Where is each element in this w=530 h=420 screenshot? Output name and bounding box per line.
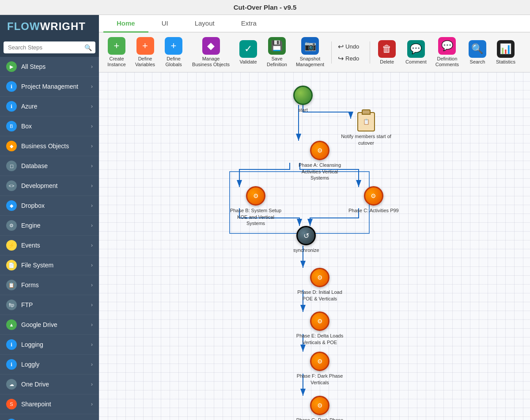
create-instance-icon: + (108, 37, 125, 55)
engine-arrow: › (91, 222, 93, 229)
sidebar-item-loggly[interactable]: ℹLoggly› (0, 355, 99, 375)
box-icon: B (6, 121, 17, 131)
phase-c-shape: ⚙ (364, 186, 383, 206)
search-button[interactable]: 🔍Search (464, 38, 491, 67)
toolbar-separator-1 (331, 41, 332, 64)
dropbox-label: Dropbox (21, 202, 91, 209)
sidebar-item-slack[interactable]: #Slack› (0, 414, 99, 420)
tab-ui[interactable]: UI (148, 15, 182, 33)
sidebar-item-dropbox[interactable]: ◆Dropbox› (0, 196, 99, 216)
ftp-icon: ftp (6, 300, 17, 310)
node-phase-b[interactable]: ⚙Phase B: System Setup KOE and Vertical … (229, 186, 282, 226)
tab-extra[interactable]: Extra (228, 15, 270, 33)
toolbar-separator-2 (370, 41, 370, 64)
title-bar: Cut-Over Plan - v9.5 (0, 0, 530, 15)
search-box-container[interactable]: 🔍 (0, 38, 99, 57)
node-synchronize[interactable]: ↺synchronize (293, 226, 319, 253)
manage-business-objects-label: Manage Business Objects (192, 56, 230, 68)
sidebar-item-file-system[interactable]: 📄File System› (0, 255, 99, 275)
node-phase-f[interactable]: ⚙Phase F: Dark Phase Verticals (293, 352, 346, 386)
sidebar-item-events[interactable]: ⚡Events› (0, 236, 99, 255)
comment-label: Comment (405, 59, 427, 65)
sidebar-item-logging[interactable]: ℹLogging› (0, 335, 99, 355)
logo-w: W (30, 20, 40, 32)
comment-button[interactable]: 💬Comment (402, 38, 430, 67)
business-objects-label: Business Objects (21, 142, 91, 150)
node-phase-d[interactable]: ⚙Phase D: Initial Load POE & Verticals (293, 268, 346, 302)
development-label: Development (21, 182, 91, 189)
manage-business-objects-icon: ◆ (202, 37, 220, 55)
one-drive-arrow: › (91, 381, 93, 387)
phase-c-label: Phase C: Activities P99 (348, 207, 399, 214)
create-instance-button[interactable]: +Create Instance (103, 35, 130, 69)
phase-a-shape: ⚙ (310, 141, 329, 160)
define-globals-label: Define Globals (165, 56, 182, 68)
snapshot-management-icon: 📷 (301, 37, 319, 55)
snapshot-management-button[interactable]: 📷Snapshot Management (292, 35, 328, 69)
node-phase-g[interactable]: ⚙Phase G: Dark Phase POE (293, 396, 346, 420)
phase-a-label: Phase A: Cleansing Activities Vertical S… (293, 162, 346, 181)
file-system-arrow: › (91, 262, 93, 268)
loggly-label: Loggly (21, 361, 91, 368)
sidebar-item-one-drive[interactable]: ☁One Drive› (0, 375, 99, 394)
node-phase-e[interactable]: ⚙Phase E: Delta Loads Verticals & POE (293, 311, 346, 345)
undo-button[interactable]: ↩ Undo (335, 41, 366, 52)
database-icon: ◻ (6, 161, 17, 171)
sidebar-item-development[interactable]: <>Development› (0, 176, 99, 196)
sidebar-item-google-drive[interactable]: ▲Google Drive› (0, 315, 99, 335)
logging-label: Logging (21, 341, 91, 348)
sidebar-item-azure[interactable]: ℹAzure› (0, 97, 99, 116)
all-steps-arrow: › (91, 64, 93, 70)
validate-button[interactable]: ✓Validate (235, 38, 261, 67)
all-steps-label: All Steps (21, 63, 91, 70)
undo-redo-group: ↩ Undo↪ Redo (335, 41, 366, 64)
google-drive-label: Google Drive (21, 321, 91, 328)
sidebar-item-sharepoint[interactable]: SSharepoint› (0, 394, 99, 414)
save-definition-label: Save Definition (267, 56, 287, 68)
sidebar-item-forms[interactable]: 📋Forms› (0, 275, 99, 295)
save-definition-icon: 💾 (268, 37, 286, 55)
delete-icon: 🗑 (378, 40, 396, 58)
validate-label: Validate (240, 59, 257, 65)
sidebar-item-ftp[interactable]: ftpFTP› (0, 295, 99, 315)
define-globals-button[interactable]: +Define Globals (160, 35, 187, 69)
azure-label: Azure (21, 103, 91, 110)
development-icon: <> (6, 180, 17, 191)
statistics-icon: 📊 (497, 40, 515, 58)
define-variables-button[interactable]: +Define Variables (132, 35, 159, 69)
sidebar-item-engine[interactable]: ⚙Engine› (0, 216, 99, 236)
manage-business-objects-button[interactable]: ◆Manage Business Objects (189, 35, 233, 69)
one-drive-label: One Drive (21, 381, 91, 388)
node-notify[interactable]: 📋Notify members start of cutover (340, 112, 393, 146)
engine-label: Engine (21, 222, 91, 229)
search-input[interactable] (4, 41, 95, 53)
sidebar-item-project-management[interactable]: ℹProject Management› (0, 77, 99, 97)
phase-g-label: Phase G: Dark Phase POE (293, 417, 346, 420)
events-label: Events (21, 242, 91, 249)
sidebar-item-business-objects[interactable]: ◆Business Objects› (0, 136, 99, 156)
loggly-icon: ℹ (6, 359, 17, 370)
snapshot-management-label: Snapshot Management (296, 56, 324, 68)
node-phase-c[interactable]: ⚙Phase C: Activities P99 (348, 186, 399, 214)
sidebar-item-database[interactable]: ◻Database› (0, 156, 99, 176)
tab-layout[interactable]: Layout (182, 15, 228, 33)
definition-comments-button[interactable]: 💬Definition Comments (432, 35, 462, 69)
phase-b-shape: ⚙ (246, 186, 265, 206)
statistics-button[interactable]: 📊Statistics (492, 38, 519, 67)
sidebar-item-box[interactable]: BBox› (0, 116, 99, 136)
node-start[interactable]: start (293, 86, 313, 113)
sidebar-item-all-steps[interactable]: ▶All Steps› (0, 57, 99, 77)
save-definition-button[interactable]: 💾Save Definition (263, 35, 291, 69)
canvas-area[interactable]: start📋Notify members start of cutover⚙Ph… (99, 72, 530, 420)
node-phase-a[interactable]: ⚙Phase A: Cleansing Activities Vertical … (293, 141, 346, 181)
phase-e-label: Phase E: Delta Loads Verticals & POE (293, 333, 346, 345)
comment-icon: 💬 (407, 40, 425, 58)
delete-button[interactable]: 🗑Delete (374, 38, 400, 67)
redo-button[interactable]: ↪ Redo (335, 53, 366, 64)
page-title: Cut-Over Plan - v9.5 (234, 4, 297, 11)
project-management-label: Project Management (21, 83, 91, 90)
sharepoint-icon: S (6, 399, 17, 409)
tab-home[interactable]: Home (103, 15, 148, 33)
forms-label: Forms (21, 281, 91, 289)
sidebar: FLOWWRIGHT 🔍 ▶All Steps›ℹProject Managem… (0, 15, 99, 420)
